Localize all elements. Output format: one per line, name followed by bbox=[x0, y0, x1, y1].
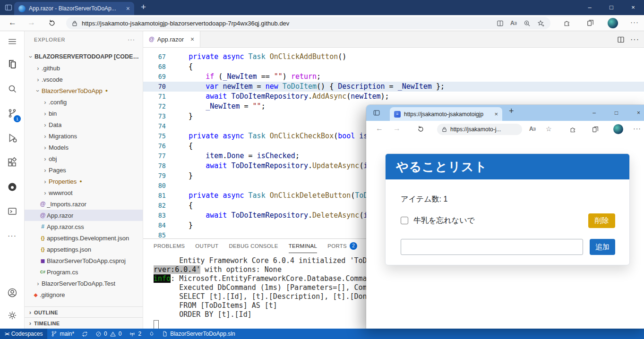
sync-changes-item[interactable] bbox=[78, 329, 92, 339]
address-bar[interactable]: https://jsakamoto-jsakamotoigjp-blazorse… bbox=[66, 17, 550, 29]
run-debug-icon[interactable] bbox=[0, 126, 24, 150]
timeline-section[interactable]: › TIMELINE bbox=[25, 317, 143, 329]
close-button[interactable]: × bbox=[622, 0, 644, 15]
more-actions-icon[interactable]: ··· bbox=[0, 224, 24, 248]
line-number: 80 bbox=[143, 181, 172, 191]
tree-item-properties[interactable]: ›Properties● bbox=[25, 176, 143, 187]
forwarded-ports-item[interactable]: 2 bbox=[125, 329, 145, 339]
split-screen-icon[interactable] bbox=[497, 20, 504, 27]
panel-tab-debug-console[interactable]: DEBUG CONSOLE bbox=[229, 239, 278, 253]
tree-item-.config[interactable]: ›.config bbox=[25, 96, 143, 108]
panel-tab-problems[interactable]: PROBLEMS bbox=[154, 239, 185, 253]
settings-menu-icon[interactable]: ··· bbox=[630, 18, 639, 26]
close-button[interactable]: × bbox=[627, 105, 644, 121]
settings-gear-icon[interactable] bbox=[0, 304, 24, 327]
browser-tab[interactable]: App.razor - BlazorServerToDoAp... × bbox=[14, 2, 134, 15]
tree-item-blazorservertodoapp-codesp...[interactable]: ›BLAZORSERVERTODOAPP [CODESP... bbox=[25, 51, 143, 62]
back-button[interactable]: ← bbox=[376, 124, 383, 133]
panel-tab-terminal[interactable]: TERMINAL bbox=[289, 239, 318, 253]
remote-explorer-icon[interactable] bbox=[0, 199, 24, 224]
back-button[interactable]: ← bbox=[9, 18, 17, 27]
remote-indicator[interactable]: >< Codespaces bbox=[0, 329, 47, 339]
favorites-star-icon[interactable] bbox=[537, 20, 545, 27]
new-tab-button[interactable]: + bbox=[141, 2, 146, 12]
tree-item-.github[interactable]: ›.github bbox=[25, 62, 143, 74]
refresh-button[interactable] bbox=[48, 19, 56, 27]
tree-item-program.cs[interactable]: C#Program.cs bbox=[25, 266, 143, 278]
tree-item-blazorservertodoapp.csproj[interactable]: ▦BlazorServerToDoApp.csproj bbox=[25, 255, 143, 266]
github-icon[interactable] bbox=[0, 175, 24, 199]
read-aloud-icon[interactable]: A)) bbox=[510, 20, 517, 26]
search-icon[interactable] bbox=[0, 76, 24, 101]
outline-section[interactable]: › OUTLINE bbox=[25, 306, 143, 318]
extensions-icon[interactable] bbox=[563, 19, 571, 27]
git-file-icon: ◆ bbox=[32, 292, 40, 297]
account-icon[interactable] bbox=[0, 281, 24, 304]
minimize-button[interactable]: – bbox=[583, 105, 605, 121]
tree-item-data[interactable]: ›Data bbox=[25, 119, 143, 130]
tree-item-label: .github bbox=[42, 65, 60, 72]
tree-item-migrations[interactable]: ›Migrations bbox=[25, 130, 143, 142]
tree-item-blazorservertodoapp.test[interactable]: ›BlazorServerToDoApp.Test bbox=[25, 278, 143, 289]
tree-item-.vscode[interactable]: ›.vscode bbox=[25, 74, 143, 85]
new-item-input[interactable] bbox=[401, 239, 583, 255]
line-number: 82 bbox=[143, 201, 172, 211]
git-branch-item[interactable]: main* bbox=[47, 329, 78, 339]
editor-tab-app-razor[interactable]: @ App.razor × bbox=[143, 31, 200, 47]
solution-item[interactable]: BlazorServerToDoApp.sln bbox=[158, 329, 239, 339]
address-bar[interactable]: https://jsakamoto-j... bbox=[437, 124, 522, 135]
todo-checkbox[interactable] bbox=[401, 217, 408, 224]
tree-item-pages[interactable]: ›Pages bbox=[25, 164, 143, 176]
extensions-icon[interactable] bbox=[569, 126, 577, 133]
tree-item-models[interactable]: ›Models bbox=[25, 142, 143, 153]
add-button[interactable]: 追加 bbox=[590, 239, 615, 255]
tab-close-icon[interactable]: × bbox=[190, 35, 194, 43]
tab-actions-icon[interactable] bbox=[4, 3, 13, 12]
forward-button[interactable]: → bbox=[27, 18, 35, 27]
maximize-button[interactable]: □ bbox=[605, 105, 627, 121]
tree-item-app.razor.css[interactable]: #App.razor.css bbox=[25, 221, 143, 232]
tree-item-obj[interactable]: ›obj bbox=[25, 153, 143, 164]
delete-button[interactable]: 削除 bbox=[588, 213, 615, 228]
popup-tab[interactable]: ≡ https://jsakamoto-jsakamotoigjp × bbox=[390, 107, 502, 121]
tree-item-blazorservertodoapp[interactable]: ›BlazorServerToDoApp● bbox=[25, 85, 143, 96]
tree-item-.gitignore[interactable]: ◆.gitignore bbox=[25, 289, 143, 300]
editor-more-actions-icon[interactable]: ··· bbox=[630, 35, 639, 44]
tree-item-app.razor[interactable]: @App.razor bbox=[25, 210, 143, 221]
tree-item--imports.razor[interactable]: @_Imports.razor bbox=[25, 198, 143, 210]
maximize-button[interactable]: □ bbox=[601, 0, 622, 15]
forward-button[interactable]: → bbox=[393, 124, 401, 133]
split-editor-icon[interactable] bbox=[617, 36, 625, 43]
tree-item-wwwroot[interactable]: ›wwwroot bbox=[25, 187, 143, 198]
problems-item[interactable]: 0 0 bbox=[92, 329, 125, 339]
tab-actions-icon[interactable] bbox=[373, 109, 380, 117]
collections-icon[interactable] bbox=[586, 19, 594, 27]
tree-item-bin[interactable]: ›bin bbox=[25, 108, 143, 119]
todo-card: やることリスト アイテム数: 1 牛乳を忘れないで 削除 追加 bbox=[385, 153, 630, 265]
favorites-star-icon[interactable]: ☆ bbox=[546, 125, 552, 133]
new-tab-button[interactable]: + bbox=[509, 106, 514, 116]
minimize-button[interactable]: – bbox=[579, 0, 601, 15]
source-control-icon[interactable]: 1 bbox=[0, 101, 24, 126]
tab-close-icon[interactable]: × bbox=[126, 5, 130, 12]
profile-avatar[interactable] bbox=[608, 18, 618, 28]
tree-item-appsettings.development.json[interactable]: {}appsettings.Development.json bbox=[25, 232, 143, 244]
panel-tab-ports[interactable]: PORTS2 bbox=[327, 239, 357, 253]
collections-icon[interactable] bbox=[592, 126, 599, 133]
refresh-button[interactable] bbox=[417, 126, 424, 133]
sync-icon bbox=[82, 331, 88, 337]
code-line-68: 68 { bbox=[143, 62, 644, 72]
tab-close-icon[interactable]: × bbox=[494, 110, 498, 118]
menu-icon[interactable] bbox=[0, 31, 24, 52]
drop-indicator[interactable] bbox=[145, 329, 158, 339]
profile-avatar[interactable] bbox=[613, 124, 623, 134]
tree-item-appsettings.json[interactable]: {}appsettings.json bbox=[25, 244, 143, 255]
extensions-view-icon[interactable] bbox=[0, 150, 24, 175]
read-aloud-icon[interactable]: A)) bbox=[529, 126, 536, 132]
explorer-icon[interactable] bbox=[0, 52, 24, 76]
zoom-icon[interactable] bbox=[524, 20, 531, 27]
panel-tab-output[interactable]: OUTPUT bbox=[195, 239, 218, 253]
razor-file-icon: @ bbox=[39, 201, 47, 207]
explorer-actions-icon[interactable]: ··· bbox=[128, 36, 135, 43]
settings-menu-icon[interactable]: ··· bbox=[633, 125, 641, 132]
